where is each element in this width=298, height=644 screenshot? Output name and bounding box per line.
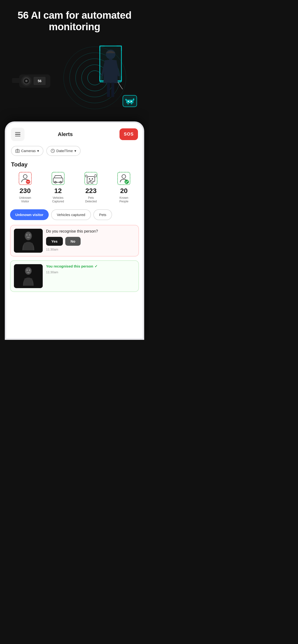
alert-card-1: Do you recognise this person? Yes No 11:…	[10, 225, 139, 256]
yn-row: Yes No	[46, 237, 135, 246]
tab-vehicles-captured[interactable]: Vehicles captured	[51, 209, 91, 220]
stat-label-unknown: UnknownVisitor	[19, 196, 31, 204]
cameras-filter[interactable]: Cameras ▾	[11, 146, 43, 156]
stat-pets: 223 PetsDetected	[75, 171, 107, 204]
alert-recognized: You recognised this person ✓	[46, 264, 135, 268]
alert-question: Do you recognise this person?	[46, 229, 135, 234]
stat-number-vehicles: 12	[54, 187, 62, 195]
alert-time-1: 11:30am	[46, 248, 135, 251]
stat-vehicles: 12 VehiclesCaptured	[42, 171, 74, 204]
svg-rect-20	[133, 98, 134, 100]
svg-point-49	[26, 268, 31, 274]
phone-mockup: Alerts SOS Cameras ▾ Date/Time ▾	[5, 122, 144, 340]
datetime-filter[interactable]: Date/Time ▾	[46, 146, 81, 156]
alert-thumbnail-1	[14, 229, 43, 253]
camera-icon	[15, 149, 20, 153]
cameras-chevron: ▾	[37, 149, 39, 153]
svg-rect-12	[12, 78, 20, 83]
filter-row: Cameras ▾ Date/Time ▾	[6, 144, 143, 160]
stat-icon-unknown	[18, 171, 32, 186]
svg-rect-17	[111, 83, 114, 97]
datetime-chevron: ▾	[74, 149, 76, 153]
stat-label-pets: PetsDetected	[85, 196, 97, 204]
svg-point-19	[131, 101, 132, 102]
alert-time-2: 11:30am	[46, 270, 135, 274]
stat-label-known: KnownPeople	[119, 196, 128, 204]
stat-icon-pets	[84, 171, 98, 186]
hero-section: 56 AI cam for automated monitoring	[0, 0, 149, 122]
clock-icon	[51, 149, 55, 153]
phone-inner: Alerts SOS Cameras ▾ Date/Time ▾	[6, 123, 143, 338]
svg-rect-37	[95, 174, 96, 177]
recognized-text: You recognised this person	[46, 264, 93, 268]
svg-point-23	[17, 150, 18, 152]
svg-point-18	[128, 101, 129, 102]
svg-point-45	[26, 234, 27, 236]
tab-pets[interactable]: Pets	[93, 209, 112, 220]
dog-badge	[123, 95, 137, 107]
yes-button[interactable]: Yes	[46, 237, 63, 246]
svg-point-51	[29, 270, 30, 271]
today-label: Today	[6, 160, 143, 171]
svg-point-46	[29, 234, 30, 236]
tab-unknown-visitor[interactable]: Unknown visitor	[10, 209, 49, 220]
svg-rect-29	[52, 172, 64, 185]
alert-card-2: You recognised this person ✓ 11:30am	[10, 260, 139, 292]
stat-known-people: 20 KnownPeople	[107, 171, 140, 204]
stat-icon-vehicle	[51, 171, 65, 186]
hero-title: 56 AI cam for automated monitoring	[7, 10, 142, 33]
svg-point-36	[92, 178, 93, 180]
stat-number-known: 20	[120, 187, 128, 195]
checkmark-icon: ✓	[95, 264, 98, 268]
svg-rect-21	[125, 99, 127, 100]
category-tabs: Unknown visitor Vehicles captured Pets	[6, 208, 143, 225]
stat-number-unknown: 230	[20, 187, 31, 195]
stats-row: 230 UnknownVisitor 12 VehiclesCaptur	[6, 171, 143, 208]
svg-point-9	[25, 80, 28, 82]
stat-unknown-visitor: 230 UnknownVisitor	[9, 171, 42, 204]
svg-rect-22	[16, 150, 20, 152]
cameras-label: Cameras	[21, 149, 36, 153]
svg-point-35	[89, 178, 90, 180]
svg-text:56: 56	[38, 79, 42, 83]
datetime-label: Date/Time	[56, 149, 73, 153]
svg-rect-16	[107, 83, 110, 97]
alert-content-2: You recognised this person ✓ 11:30am	[46, 264, 135, 274]
svg-rect-15	[109, 59, 112, 62]
stat-label-vehicles: VehiclesCaptured	[52, 196, 64, 204]
person-figure	[99, 45, 123, 93]
stat-icon-known	[117, 171, 131, 186]
camera-scene: 56	[7, 40, 142, 117]
camera-body: 56	[12, 70, 55, 91]
stat-number-pets: 223	[85, 187, 97, 195]
svg-point-26	[23, 174, 27, 178]
svg-point-44	[26, 232, 31, 239]
sos-button[interactable]: SOS	[119, 128, 138, 140]
no-button[interactable]: No	[65, 237, 81, 246]
svg-point-40	[122, 174, 126, 178]
alert-content-1: Do you recognise this person? Yes No 11:…	[46, 229, 135, 251]
app-title: Alerts	[11, 131, 119, 138]
svg-point-50	[27, 270, 28, 271]
alert-thumbnail-2	[14, 264, 43, 288]
app-header: Alerts SOS	[6, 123, 143, 144]
svg-rect-38	[85, 175, 87, 177]
